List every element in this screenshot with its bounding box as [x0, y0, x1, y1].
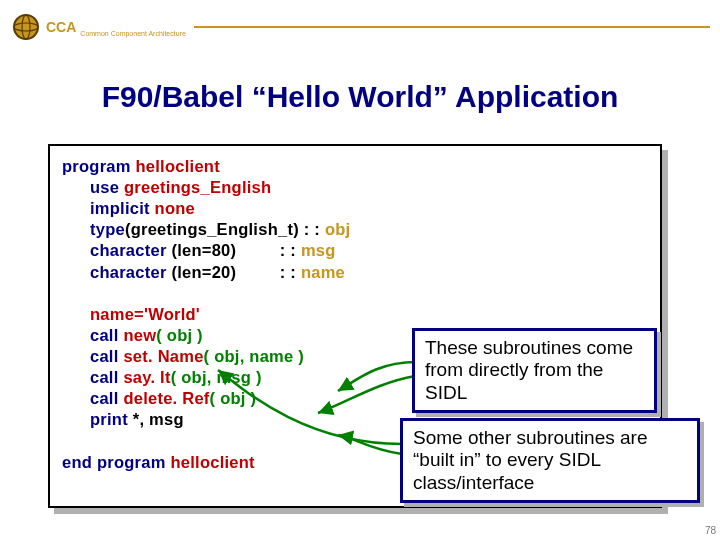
page-number: 78	[705, 525, 716, 536]
callout-builtin-subs: Some other subroutines are “built in” to…	[400, 418, 700, 503]
callout-sidl-subs: These subroutines come from directly fro…	[412, 328, 657, 413]
slide-header: CCA Common Component Architecture	[0, 12, 720, 42]
header-divider	[194, 26, 710, 28]
slide-title: F90/Babel “Hello World” Application	[0, 80, 720, 114]
cca-subtitle: Common Component Architecture	[80, 30, 185, 37]
cca-logo	[10, 11, 42, 43]
svg-point-0	[14, 15, 38, 39]
cca-abbrev: CCA	[46, 19, 76, 35]
